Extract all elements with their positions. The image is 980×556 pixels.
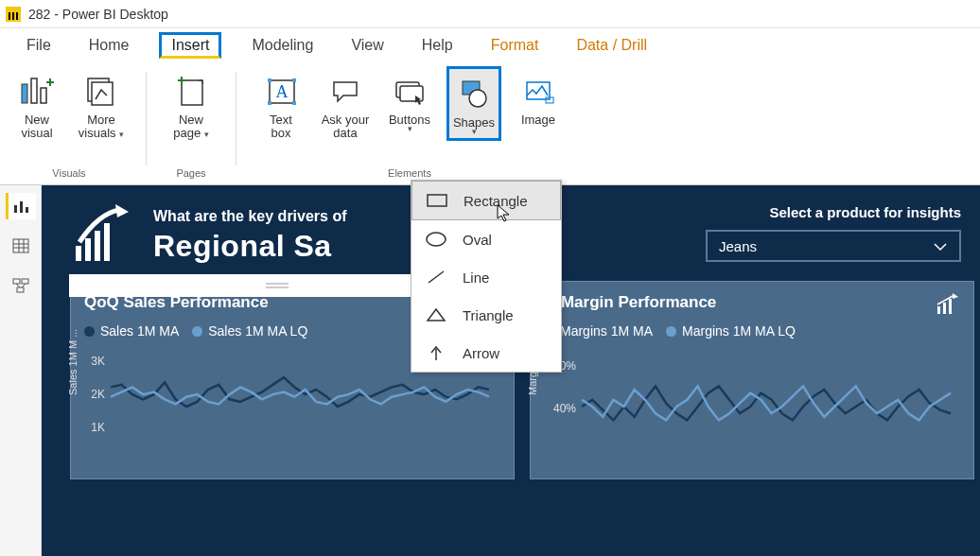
ribbon-label: box <box>270 127 292 140</box>
product-select-label: Select a product for insights <box>706 204 961 220</box>
ribbon-group-label: Visuals <box>52 167 85 179</box>
shape-arrow[interactable]: Arrow <box>411 334 561 372</box>
shape-triangle[interactable]: Triangle <box>411 296 561 334</box>
new-visual-button[interactable]: Newvisual <box>9 66 64 141</box>
svg-rect-39 <box>76 246 81 261</box>
ribbon-label: Text <box>270 113 292 127</box>
legend-dot <box>192 326 202 337</box>
new-page-icon <box>168 72 214 112</box>
shapes-icon <box>451 75 497 114</box>
more-visuals-button[interactable]: Morevisuals ▾ <box>74 66 129 141</box>
ask-your-data-button[interactable]: Ask yourdata <box>318 66 373 141</box>
ask-data-icon <box>323 72 368 112</box>
image-button[interactable]: Image <box>511 66 566 141</box>
svg-rect-42 <box>104 223 110 261</box>
svg-point-19 <box>469 90 486 107</box>
svg-point-23 <box>427 233 446 246</box>
menu-help[interactable]: Help <box>414 33 461 58</box>
menu-insert[interactable]: Insert <box>159 32 221 59</box>
svg-rect-0 <box>22 84 27 103</box>
product-select[interactable]: Jeans <box>706 230 961 262</box>
menu-file[interactable]: File <box>19 33 59 58</box>
shape-label: Oval <box>463 232 492 248</box>
shape-label: Arrow <box>463 345 499 361</box>
oval-icon <box>425 230 447 249</box>
svg-rect-41 <box>95 231 100 261</box>
svg-line-24 <box>429 271 444 283</box>
more-visuals-icon <box>79 72 124 112</box>
svg-rect-6 <box>92 82 113 105</box>
shape-label: Line <box>463 269 489 286</box>
menu-view[interactable]: View <box>343 33 391 58</box>
ribbon-label: page <box>173 126 201 140</box>
rail-model-view[interactable] <box>6 272 36 299</box>
ribbon-separator <box>236 72 236 165</box>
svg-rect-1 <box>31 78 37 103</box>
svg-rect-34 <box>13 279 20 284</box>
svg-line-38 <box>22 284 26 287</box>
model-view-icon <box>11 277 30 294</box>
menu-modeling[interactable]: Modeling <box>244 33 321 58</box>
ribbon-separator <box>146 72 147 165</box>
svg-rect-49 <box>937 306 940 314</box>
svg-rect-13 <box>268 101 271 105</box>
chevron-down-icon <box>933 238 948 254</box>
buttons-button[interactable]: Buttons▾ <box>382 66 437 141</box>
shape-label: Rectangle <box>464 193 528 209</box>
chart-icon <box>936 293 960 319</box>
titlebar: 282 - Power BI Desktop <box>0 0 980 28</box>
rail-report-view[interactable] <box>6 193 36 219</box>
menu-home[interactable]: Home <box>81 33 137 58</box>
legend-dot <box>666 326 676 337</box>
chart-svg: 50% 40% <box>544 346 960 450</box>
svg-rect-22 <box>428 195 446 206</box>
line-icon <box>425 268 447 287</box>
menu-format[interactable]: Format <box>483 33 547 58</box>
chart-margin[interactable]: Q Margin Performance Margins 1M MA Margi… <box>530 281 974 479</box>
legend-label: Sales 1M MA <box>100 323 179 339</box>
ribbon-label: visual <box>21 127 52 140</box>
svg-rect-40 <box>85 238 91 261</box>
svg-rect-36 <box>17 287 24 292</box>
svg-rect-29 <box>13 239 28 252</box>
chevron-down-icon: ▾ <box>204 130 209 139</box>
svg-text:40%: 40% <box>553 402 576 415</box>
rectangle-icon <box>426 191 448 210</box>
svg-rect-7 <box>182 80 202 105</box>
shape-oval[interactable]: Oval <box>411 220 561 258</box>
left-rail <box>0 185 42 556</box>
svg-text:1K: 1K <box>91 421 105 434</box>
new-page-button[interactable]: Newpage ▾ <box>164 66 219 141</box>
product-selected-value: Jeans <box>719 238 757 254</box>
shape-rectangle[interactable]: Rectangle <box>411 181 561 220</box>
ribbon-group-pages: Newpage ▾ Pages <box>164 66 219 184</box>
shape-line[interactable]: Line <box>411 258 561 296</box>
buttons-icon <box>387 72 432 112</box>
svg-rect-50 <box>943 303 946 314</box>
powerbi-icon <box>6 7 21 22</box>
ribbon-label: data <box>322 127 370 140</box>
shapes-button[interactable]: Shapes▾ <box>446 66 501 141</box>
ribbon-label: New <box>179 113 203 127</box>
menu-data-drill[interactable]: Data / Drill <box>569 33 655 58</box>
ribbon-group-visuals: Newvisual Morevisuals ▾ Visuals <box>9 66 129 184</box>
svg-marker-25 <box>428 309 445 321</box>
report-view-icon <box>12 198 31 215</box>
svg-rect-35 <box>22 279 28 284</box>
legend-dot <box>84 326 95 337</box>
shapes-dropdown: Rectangle Oval Line Triangle Arrow <box>411 180 562 373</box>
svg-rect-51 <box>949 299 952 314</box>
svg-rect-28 <box>26 207 28 213</box>
svg-rect-12 <box>292 78 296 82</box>
arrow-icon <box>425 343 447 362</box>
rail-data-view[interactable] <box>6 233 36 259</box>
chevron-down-icon: ▾ <box>119 130 124 139</box>
text-box-button[interactable]: A Textbox <box>254 66 308 141</box>
text-box-icon: A <box>258 72 304 112</box>
triangle-icon <box>425 305 447 324</box>
svg-rect-14 <box>292 101 296 105</box>
image-icon <box>516 72 561 112</box>
chart-title: Q Margin Performance <box>544 293 960 312</box>
ribbon-label: New <box>25 113 49 127</box>
chart-legend: Margins 1M MA Margins 1M MA LQ <box>544 323 960 339</box>
